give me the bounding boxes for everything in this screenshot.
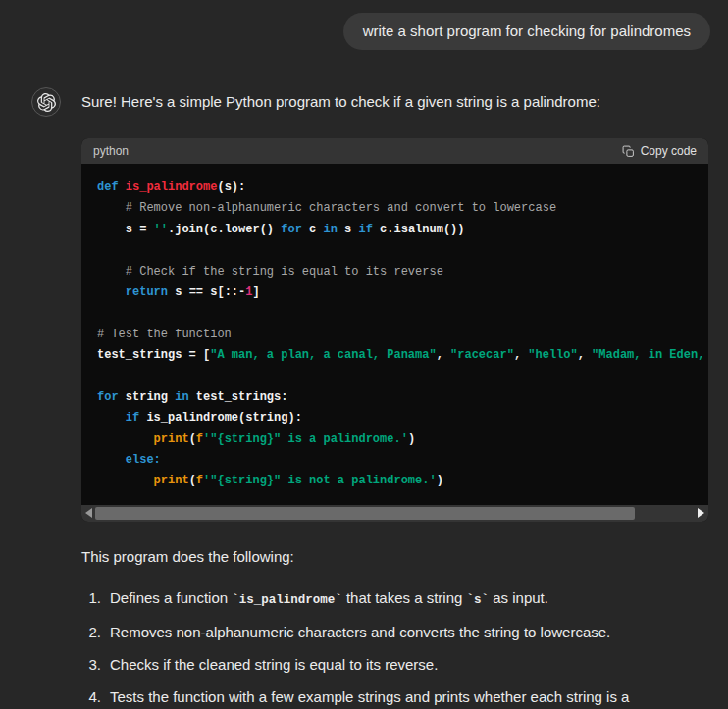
- code-token: if: [126, 411, 139, 425]
- code-token: if: [358, 223, 372, 236]
- list-item-text: Checks if the cleaned string is equal to…: [110, 655, 438, 675]
- list-item-text: Defines a function `is_palindrome` that …: [110, 588, 548, 610]
- copy-code-label: Copy code: [641, 144, 697, 158]
- list-item-number: 4.: [81, 687, 101, 709]
- code-token: '"{string}" is a palindrome.': [203, 432, 408, 446]
- code-token: [97, 453, 126, 467]
- code-line: for string in test_strings:: [97, 387, 708, 408]
- code-line: def is_palindrome(s):: [97, 177, 708, 198]
- code-token: "Madam, in Eden, I'm: [592, 348, 708, 362]
- code-token: f: [196, 432, 203, 446]
- code-token: is_palindrome(string):: [139, 411, 302, 425]
- list-item-text: Tests the function with a few example st…: [110, 687, 709, 709]
- code-line: print(f'"{string}" is a palindrome.'): [97, 430, 708, 450]
- code-line: # Test the function: [97, 325, 708, 345]
- code-token: for: [281, 223, 302, 236]
- text-segment: Tests the function with a few example st…: [110, 688, 629, 709]
- code-token: else:: [126, 453, 161, 467]
- copy-icon: [622, 145, 635, 158]
- code-token: # Test the function: [97, 328, 232, 341]
- list-item: 3.Checks if the cleaned string is equal …: [81, 655, 709, 675]
- inline-code: `s`: [467, 593, 490, 607]
- code-token: return: [126, 285, 168, 299]
- text-segment: that takes a string: [342, 589, 467, 606]
- code-token: "hello": [528, 348, 577, 362]
- code-line: [97, 240, 708, 261]
- code-token: [119, 180, 126, 194]
- copy-code-button[interactable]: Copy code: [622, 144, 697, 158]
- code-token: in: [323, 223, 337, 236]
- code-token: '': [154, 223, 168, 236]
- code-line: [97, 367, 708, 387]
- code-block-header: python Copy code: [81, 138, 708, 164]
- code-token: string: [119, 390, 176, 404]
- scroll-right-arrow-icon[interactable]: [698, 508, 704, 518]
- code-token: "A man, a plan, a canal, Panama": [210, 348, 436, 362]
- code-content: def is_palindrome(s): # Remove non-alpha…: [81, 164, 708, 505]
- code-token: ]: [252, 285, 259, 299]
- code-token: s == s[::-: [168, 285, 245, 299]
- code-token: "racecar": [450, 348, 514, 362]
- code-token: test_strings:: [189, 390, 288, 404]
- code-block: python Copy code def is_palindrome(s): #…: [81, 138, 708, 522]
- code-line: print(f'"{string}" is not a palindrome.'…: [97, 471, 708, 491]
- code-token: [97, 432, 154, 446]
- list-item: 2.Removes non-alphanumeric characters an…: [81, 623, 709, 642]
- code-token: is_palindrome: [126, 180, 218, 194]
- steps-list: 1.Defines a function `is_palindrome` tha…: [81, 588, 709, 709]
- code-token: s: [338, 223, 359, 236]
- code-token: for: [97, 390, 119, 404]
- horizontal-scrollbar[interactable]: [81, 505, 708, 522]
- code-token: ,: [578, 348, 592, 362]
- list-item-text: Removes non-alphanumeric characters and …: [110, 623, 610, 642]
- code-line: # Check if the string is equal to its re…: [97, 262, 708, 282]
- text-segment: Removes non-alphanumeric characters and …: [110, 624, 610, 640]
- assistant-message-content: Sure! Here's a simple Python program to …: [81, 83, 709, 709]
- scrollbar-thumb[interactable]: [95, 507, 635, 520]
- code-token: ,: [437, 348, 450, 362]
- list-item-number: 2.: [81, 623, 101, 642]
- code-token: def: [97, 180, 119, 194]
- text-segment: Checks if the cleaned string is equal to…: [110, 656, 438, 673]
- code-line: if is_palindrome(string):: [97, 408, 708, 429]
- text-segment: Defines a function: [110, 589, 232, 606]
- code-token: [97, 474, 154, 487]
- code-token: print: [154, 432, 189, 446]
- code-token: [97, 285, 126, 299]
- code-token: s =: [97, 223, 154, 236]
- chat-container: write a short program for checking for p…: [0, 0, 728, 709]
- list-item-number: 3.: [81, 655, 101, 675]
- text-segment: as input.: [489, 589, 548, 606]
- code-line: [97, 303, 708, 324]
- code-token: c.isalnum()): [373, 223, 465, 236]
- scroll-left-arrow-icon[interactable]: [85, 508, 92, 518]
- code-line: return s == s[::-1]: [97, 282, 708, 303]
- code-token: # Check if the string is equal to its re…: [97, 265, 443, 279]
- code-token: f: [196, 474, 203, 487]
- code-line: # Remove non-alphanumeric characters and…: [97, 198, 708, 219]
- code-token: test_strings = [: [97, 348, 210, 362]
- openai-logo-icon: [37, 93, 56, 112]
- assistant-message-row: Sure! Here's a simple Python program to …: [0, 83, 728, 709]
- code-token: ): [437, 474, 443, 487]
- code-token: ): [408, 432, 415, 446]
- list-item: 4.Tests the function with a few example …: [81, 687, 709, 709]
- code-token: '"{string}" is not a palindrome.': [203, 474, 437, 487]
- code-token: .join(c.lower(): [168, 223, 281, 236]
- code-token: # Remove non-alphanumeric characters and…: [97, 201, 556, 215]
- assistant-avatar: [31, 87, 61, 117]
- code-token: (: [189, 474, 196, 487]
- assistant-intro-text: Sure! Here's a simple Python program to …: [81, 83, 709, 112]
- code-token: in: [175, 390, 188, 404]
- code-token: (: [189, 432, 196, 446]
- code-line: test_strings = ["A man, a plan, a canal,…: [97, 345, 708, 366]
- user-message-bubble: write a short program for checking for p…: [343, 13, 710, 50]
- code-token: print: [154, 474, 189, 487]
- code-line: else:: [97, 450, 708, 471]
- user-message-row: write a short program for checking for p…: [0, 0, 728, 50]
- assistant-outro-text: This program does the following:: [81, 547, 709, 567]
- code-language-label: python: [93, 144, 129, 158]
- code-token: [97, 411, 126, 425]
- code-token: c: [302, 223, 324, 236]
- inline-code: `is_palindrome`: [232, 593, 342, 607]
